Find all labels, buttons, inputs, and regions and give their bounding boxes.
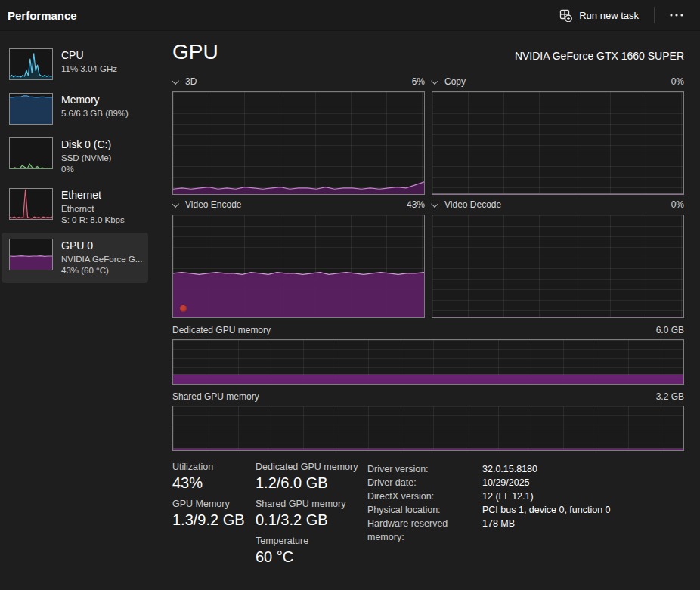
stat-label: Shared GPU memory	[256, 499, 361, 509]
dedicated-memory-section: Dedicated GPU memory 6.0 GB	[172, 321, 684, 385]
info-driver-date: Driver date: 10/29/2025	[367, 476, 684, 490]
memory-chart-max: 3.2 GB	[656, 391, 684, 402]
chart-panel-video-decode: Video Decode 0%	[432, 195, 684, 318]
chevron-down-icon[interactable]	[172, 77, 179, 85]
disk-thumbnail-chart	[9, 137, 53, 169]
sidebar-item-title: Disk 0 (C:)	[61, 138, 111, 151]
chart-label: Video Decode	[444, 199, 501, 210]
info-value: PCI bus 1, device 0, function 0	[482, 503, 611, 517]
sidebar-item-detail: Ethernet	[61, 203, 125, 215]
info-value: 32.0.15.8180	[482, 462, 537, 476]
stat-value: 1.2/6.0 GB	[256, 474, 361, 492]
chart-label: 3D	[185, 76, 197, 87]
stat-gpu-memory: GPU Memory 1.3/9.2 GB	[172, 499, 256, 529]
sidebar-item-title: Ethernet	[61, 189, 125, 202]
ethernet-thumbnail-chart	[9, 188, 53, 220]
3d-usage-chart	[172, 91, 425, 195]
page-title: Performance	[8, 9, 77, 22]
stat-label: Dedicated GPU memory	[256, 462, 361, 472]
chevron-down-icon[interactable]	[172, 200, 179, 208]
sidebar-item-title: GPU 0	[61, 239, 142, 252]
info-value: 12 (FL 12.1)	[482, 490, 534, 503]
stat-temperature: Temperature 60 °C	[256, 536, 361, 566]
chart-value: 0%	[671, 76, 684, 87]
stat-value: 1.3/9.2 GB	[172, 511, 256, 529]
memory-chart-label: Dedicated GPU memory	[172, 325, 271, 335]
recording-indicator-dot	[180, 305, 187, 312]
info-hardware-reserved-memory: Hardware reserved memory: 178 MB	[367, 517, 684, 544]
chevron-down-icon[interactable]	[431, 77, 438, 85]
sidebar-item-detail: S: 0 R: 8.0 Kbps	[61, 215, 125, 226]
sidebar-item-detail: 5.6/6.3 GB (89%)	[61, 108, 129, 119]
stat-label: Temperature	[256, 536, 361, 546]
cpu-thumbnail-chart	[9, 48, 53, 80]
chart-panel-copy: Copy 0%	[432, 72, 684, 195]
chevron-down-icon[interactable]	[431, 200, 438, 208]
sidebar-item-disk[interactable]: Disk 0 (C:) SSD (NVMe) 0%	[2, 131, 148, 181]
memory-chart-label: Shared GPU memory	[172, 391, 259, 402]
gpu-page-title: GPU	[172, 39, 218, 66]
gpu-device-name: NVIDIA GeForce GTX 1660 SUPER	[515, 50, 684, 66]
memory-thumbnail-chart	[9, 93, 53, 125]
info-label: Physical location:	[367, 503, 482, 517]
run-new-task-button[interactable]: Run new task	[552, 5, 646, 26]
sidebar-item-detail: 0%	[61, 164, 111, 175]
gpu-thumbnail-chart	[9, 239, 53, 270]
stat-value: 43%	[172, 474, 256, 492]
more-options-button[interactable]	[662, 9, 691, 21]
performance-header: Performance Run new task	[0, 0, 700, 31]
chart-value: 43%	[407, 199, 425, 210]
chart-panel-3d: 3D 6%	[172, 72, 425, 195]
sidebar-item-cpu[interactable]: CPU 11% 3.04 GHz	[2, 42, 148, 86]
info-driver-version: Driver version: 32.0.15.8180	[367, 462, 684, 476]
stat-label: GPU Memory	[172, 499, 256, 509]
sidebar-item-title: Memory	[61, 94, 129, 107]
info-label: Driver date:	[367, 476, 482, 490]
chart-panel-video-encode: Video Encode 43%	[172, 195, 425, 318]
stat-value: 0.1/3.2 GB	[256, 511, 361, 529]
memory-chart-max: 6.0 GB	[656, 325, 684, 335]
stat-value: 60 °C	[256, 548, 361, 566]
chart-value: 0%	[671, 199, 684, 210]
chart-label: Video Encode	[185, 199, 242, 210]
sidebar-item-memory[interactable]: Memory 5.6/6.3 GB (89%)	[2, 87, 148, 131]
info-directx-version: DirectX version: 12 (FL 12.1)	[367, 490, 684, 503]
info-label: Hardware reserved memory:	[367, 517, 482, 544]
run-new-task-label: Run new task	[579, 10, 639, 21]
sidebar-item-detail: 11% 3.04 GHz	[61, 63, 117, 75]
stat-label: Utilization	[172, 462, 256, 472]
sidebar-item-ethernet[interactable]: Ethernet Ethernet S: 0 R: 8.0 Kbps	[2, 182, 148, 232]
performance-sidebar: CPU 11% 3.04 GHz Memory 5.6/6.3 GB (89%)…	[0, 31, 150, 590]
video-decode-usage-chart	[432, 215, 684, 318]
stat-shared-memory: Shared GPU memory 0.1/3.2 GB	[256, 499, 361, 529]
sidebar-item-detail: SSD (NVMe)	[61, 153, 111, 164]
sidebar-item-gpu[interactable]: GPU 0 NVIDIA GeForce G... 43% (60 °C)	[2, 233, 148, 283]
info-value: 10/29/2025	[482, 476, 530, 490]
sidebar-item-title: CPU	[61, 49, 117, 62]
gpu-stats-section: Utilization 43% GPU Memory 1.3/9.2 GB De…	[172, 462, 684, 573]
dedicated-memory-chart	[172, 339, 684, 385]
sidebar-item-detail: 43% (60 °C)	[61, 265, 142, 276]
chart-value: 6%	[412, 76, 425, 87]
task-manager-window: Performance Run new task	[0, 0, 700, 590]
sidebar-item-detail: NVIDIA GeForce G...	[61, 254, 142, 265]
ellipsis-icon	[670, 14, 683, 17]
info-physical-location: Physical location: PCI bus 1, device 0, …	[367, 503, 684, 517]
stat-utilization: Utilization 43%	[172, 462, 256, 492]
video-encode-usage-chart	[172, 215, 425, 318]
info-label: Driver version:	[367, 462, 482, 476]
gpu-details-pane: GPU NVIDIA GeForce GTX 1660 SUPER 3D 6% …	[150, 31, 700, 590]
header-divider	[654, 7, 655, 23]
info-label: DirectX version:	[367, 490, 482, 503]
shared-memory-chart	[172, 406, 684, 451]
info-value: 178 MB	[482, 517, 515, 544]
stat-dedicated-memory: Dedicated GPU memory 1.2/6.0 GB	[256, 462, 361, 492]
new-task-icon	[559, 9, 572, 22]
chart-label: Copy	[444, 76, 466, 87]
shared-memory-section: Shared GPU memory 3.2 GB	[172, 388, 684, 451]
copy-usage-chart	[432, 91, 684, 195]
